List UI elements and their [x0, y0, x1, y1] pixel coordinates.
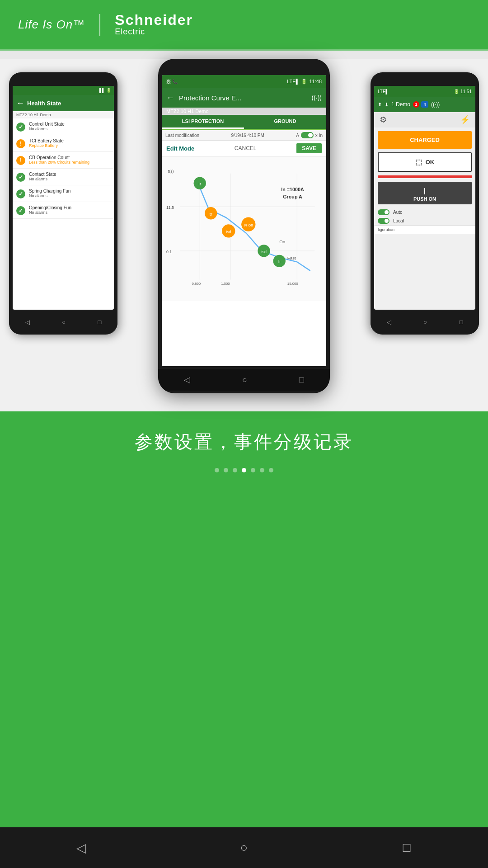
red-strip [378, 175, 472, 178]
bluetooth-icon: ((·)) [311, 94, 322, 101]
auto-toggle-row: Auto [374, 208, 475, 217]
center-status-bar: 🖼 📞 LTE▌ 🔋 11:48 [162, 75, 326, 88]
chart-x-label-2: 1.500 [221, 282, 230, 286]
dot-4-active[interactable] [242, 468, 246, 472]
check-icon-2: ✓ [16, 173, 25, 182]
chart-y-axis-label: t(s) [168, 169, 174, 174]
item-status-5: No alarms [29, 193, 110, 198]
schneider-logo: Schneider Electric [115, 13, 193, 37]
toggle-thumb [308, 133, 313, 137]
local-toggle-row: Local [374, 217, 475, 225]
dot-1[interactable] [215, 468, 219, 472]
health-item-control-unit: ✓ Control Unit State No alarms [13, 118, 114, 135]
phones-area: ▌▌ 🔋 ← Health State MTZ2 10 H1 Demo ✓ Co… [0, 59, 488, 411]
badge-red: 1 [413, 101, 419, 108]
ok-label: OK [426, 159, 435, 165]
center-battery: 🔋 [301, 79, 307, 85]
schneider-name: Schneider [115, 13, 193, 27]
check-icon-3: ✓ [16, 189, 25, 198]
right-nav-recent[interactable]: □ [459, 319, 463, 326]
cancel-button[interactable]: CANCEL [235, 145, 257, 151]
ok-button[interactable]: ⬚ OK [378, 152, 472, 172]
toggle-xin-label: x In [315, 133, 323, 138]
item-status-1: No alarms [29, 127, 110, 131]
last-mod-bar: Last modification 9/19/16 4:10 PM A x In [162, 130, 326, 141]
badge-row: 1 4 [413, 101, 428, 108]
health-item-text-2: TCI Battery State Replace Battery [29, 138, 110, 148]
right-status-bar: LTE▌ 🔋 11:51 [374, 86, 475, 97]
bottom-nav [0, 827, 488, 868]
right-nav-home[interactable]: ○ [423, 319, 427, 326]
green-bottom: 参数设置，事件分级记录 [0, 411, 488, 500]
center-nav-bar: ◁ ○ □ [158, 369, 330, 391]
item-title-4: Contact State [29, 172, 110, 177]
dot-7[interactable] [269, 468, 273, 472]
center-phone-screen: 🖼 📞 LTE▌ 🔋 11:48 ← Protection Curve E...… [162, 75, 326, 366]
logo-divider [99, 14, 100, 36]
center-nav-recent[interactable]: □ [299, 375, 304, 385]
chart-area: t(s) 11.5 0.1 Ir tr [162, 156, 326, 301]
health-app-bar: ← Health State [13, 95, 114, 111]
item-status-2: Replace Battery [29, 143, 110, 148]
dot-3[interactable] [233, 468, 237, 472]
center-time: 11:48 [309, 79, 322, 84]
right-settings-icon[interactable]: ⚙ [380, 115, 387, 125]
center-back-btn[interactable]: ← [166, 93, 174, 103]
right-bluetooth2-icon[interactable]: ⚡ [460, 115, 470, 125]
auto-toggle-switch[interactable] [378, 209, 389, 215]
save-button[interactable]: SAVE [296, 143, 322, 153]
phone-center: 🖼 📞 LTE▌ 🔋 11:48 ← Protection Curve E...… [158, 59, 330, 393]
center-app-bar: ← Protection Curve E... ((·)) [162, 88, 326, 108]
warn-icon-1: ! [16, 139, 25, 148]
right-icons-row: ⚙ ⚡ [374, 112, 475, 127]
dot-5[interactable] [251, 468, 255, 472]
chart-y-value-1: 11.5 [166, 205, 174, 210]
center-status-left: 🖼 📞 [166, 79, 178, 84]
auto-toggle[interactable]: A x In [296, 132, 323, 138]
green-spacer [0, 500, 488, 735]
left-nav-back[interactable]: ◁ [25, 319, 30, 326]
left-back-arrow[interactable]: ← [16, 99, 24, 108]
health-title: Health State [27, 100, 61, 107]
toggle-track[interactable] [301, 132, 314, 138]
i2t-label: I²t Off [244, 223, 253, 227]
push-on-button[interactable]: PUSH ON [378, 182, 472, 204]
li-label: li [278, 259, 280, 264]
warn-icon-2: ! [16, 156, 25, 165]
center-nav-back[interactable]: ◁ [184, 375, 190, 385]
bottom-nav-home[interactable] [230, 834, 258, 861]
last-mod-date: 9/19/16 4:10 PM [231, 133, 264, 138]
header: Life Is On™ Schneider Electric [0, 0, 488, 51]
auto-toggle-thumb [385, 210, 389, 214]
local-label: Local [393, 218, 404, 223]
left-nav-home[interactable]: ○ [62, 319, 66, 326]
bottom-nav-recent[interactable] [393, 834, 420, 861]
ok-icon: ⬚ [415, 158, 422, 166]
on-label: On [279, 239, 285, 244]
push-on-label: PUSH ON [413, 196, 436, 202]
right-nav-bar: ◁ ○ □ [371, 313, 479, 331]
right-icon2: ⬇ [385, 102, 389, 108]
local-toggle-thumb [385, 219, 389, 223]
local-toggle-switch[interactable] [378, 218, 389, 224]
last-mod-label: Last modification [165, 133, 199, 138]
right-time: 11:51 [460, 89, 472, 94]
dot-6[interactable] [260, 468, 264, 472]
health-item-contact: ✓ Contact State No alarms [13, 169, 114, 185]
bottom-nav-back[interactable] [68, 834, 95, 861]
life-is-on-text: Life Is On™ [18, 18, 85, 32]
right-signal: LTE▌ [378, 89, 389, 94]
tab-lsi-protection[interactable]: LSI PROTECTION [162, 115, 244, 129]
center-signal: LTE▌ [287, 79, 299, 84]
left-nav-recent[interactable]: □ [98, 319, 101, 326]
left-phone-screen: ▌▌ 🔋 ← Health State MTZ2 10 H1 Demo ✓ Co… [13, 86, 114, 310]
right-nav-back[interactable]: ◁ [387, 319, 391, 326]
dot-2[interactable] [224, 468, 228, 472]
center-nav-home[interactable]: ○ [242, 375, 247, 385]
caption-text: 参数设置，事件分级记录 [135, 429, 353, 454]
charged-button[interactable]: CHARGED [378, 131, 472, 149]
right-battery: 🔋 [454, 89, 459, 94]
isd-label: Isd [226, 230, 231, 234]
phone-left: ▌▌ 🔋 ← Health State MTZ2 10 H1 Demo ✓ Co… [9, 72, 117, 335]
tab-ground[interactable]: GROUND [244, 115, 326, 129]
